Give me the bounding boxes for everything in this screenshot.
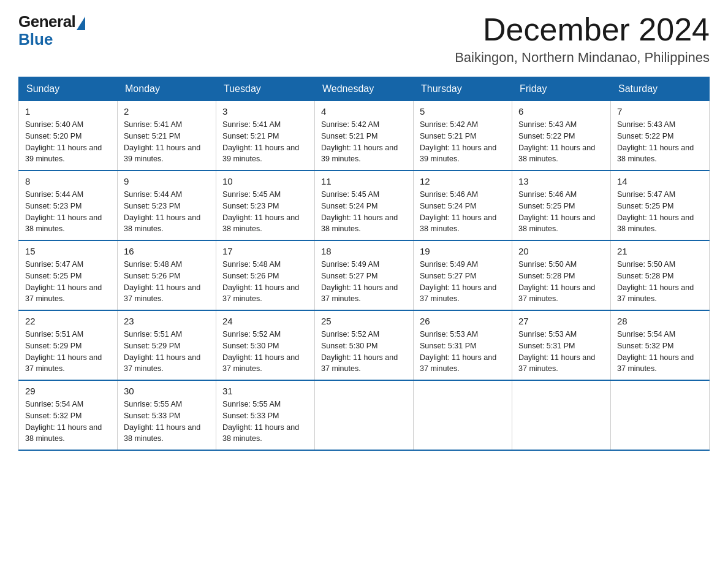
month-title: December 2024 <box>455 12 710 47</box>
day-info: Sunrise: 5:42 AMSunset: 5:21 PMDaylight:… <box>321 119 407 165</box>
day-number: 9 <box>124 176 210 186</box>
day-info: Sunrise: 5:54 AMSunset: 5:32 PMDaylight:… <box>617 329 703 375</box>
day-info: Sunrise: 5:55 AMSunset: 5:33 PMDaylight:… <box>124 399 210 445</box>
day-info: Sunrise: 5:49 AMSunset: 5:27 PMDaylight:… <box>321 259 407 305</box>
calendar-cell: 7Sunrise: 5:43 AMSunset: 5:22 PMDaylight… <box>611 101 710 171</box>
week-row-5: 29Sunrise: 5:54 AMSunset: 5:32 PMDayligh… <box>19 380 710 450</box>
page-header: General Blue December 2024 Baikingon, No… <box>18 12 710 66</box>
calendar-cell <box>512 380 611 450</box>
day-number: 29 <box>25 386 111 396</box>
calendar-cell: 9Sunrise: 5:44 AMSunset: 5:23 PMDaylight… <box>118 170 216 240</box>
calendar-cell: 20Sunrise: 5:50 AMSunset: 5:28 PMDayligh… <box>512 240 611 310</box>
calendar-cell: 29Sunrise: 5:54 AMSunset: 5:32 PMDayligh… <box>19 380 118 450</box>
day-number: 12 <box>420 176 506 186</box>
day-number: 28 <box>617 316 703 326</box>
calendar-cell: 3Sunrise: 5:41 AMSunset: 5:21 PMDaylight… <box>216 101 315 171</box>
day-info: Sunrise: 5:46 AMSunset: 5:24 PMDaylight:… <box>420 189 506 235</box>
day-number: 27 <box>518 316 604 326</box>
calendar-header-thursday: Thursday <box>414 77 512 101</box>
day-number: 20 <box>518 246 604 256</box>
day-info: Sunrise: 5:52 AMSunset: 5:30 PMDaylight:… <box>321 329 407 375</box>
calendar-header-saturday: Saturday <box>611 77 710 101</box>
day-info: Sunrise: 5:43 AMSunset: 5:22 PMDaylight:… <box>617 119 703 165</box>
day-info: Sunrise: 5:50 AMSunset: 5:28 PMDaylight:… <box>617 259 703 305</box>
day-info: Sunrise: 5:52 AMSunset: 5:30 PMDaylight:… <box>222 329 308 375</box>
day-number: 10 <box>222 176 308 186</box>
day-number: 21 <box>617 246 703 256</box>
calendar-cell: 15Sunrise: 5:47 AMSunset: 5:25 PMDayligh… <box>19 240 118 310</box>
calendar-cell: 24Sunrise: 5:52 AMSunset: 5:30 PMDayligh… <box>216 310 315 380</box>
day-number: 7 <box>617 106 703 117</box>
day-number: 23 <box>124 316 210 326</box>
calendar-cell <box>611 380 710 450</box>
calendar-cell: 28Sunrise: 5:54 AMSunset: 5:32 PMDayligh… <box>611 310 710 380</box>
calendar-header-sunday: Sunday <box>19 77 118 101</box>
week-row-1: 1Sunrise: 5:40 AMSunset: 5:20 PMDaylight… <box>19 101 710 171</box>
logo-triangle-icon <box>77 17 85 30</box>
day-info: Sunrise: 5:44 AMSunset: 5:23 PMDaylight:… <box>124 189 210 235</box>
logo: General Blue <box>18 12 85 49</box>
day-number: 31 <box>222 386 308 396</box>
calendar-cell: 11Sunrise: 5:45 AMSunset: 5:24 PMDayligh… <box>315 170 414 240</box>
calendar-cell: 30Sunrise: 5:55 AMSunset: 5:33 PMDayligh… <box>118 380 216 450</box>
day-info: Sunrise: 5:54 AMSunset: 5:32 PMDaylight:… <box>25 399 111 445</box>
day-number: 22 <box>25 316 111 326</box>
calendar-cell: 13Sunrise: 5:46 AMSunset: 5:25 PMDayligh… <box>512 170 611 240</box>
calendar-cell: 17Sunrise: 5:48 AMSunset: 5:26 PMDayligh… <box>216 240 315 310</box>
day-info: Sunrise: 5:48 AMSunset: 5:26 PMDaylight:… <box>124 259 210 305</box>
day-info: Sunrise: 5:47 AMSunset: 5:25 PMDaylight:… <box>617 189 703 235</box>
calendar-cell: 23Sunrise: 5:51 AMSunset: 5:29 PMDayligh… <box>118 310 216 380</box>
calendar-cell: 22Sunrise: 5:51 AMSunset: 5:29 PMDayligh… <box>19 310 118 380</box>
logo-blue-text: Blue <box>18 30 53 49</box>
day-info: Sunrise: 5:51 AMSunset: 5:29 PMDaylight:… <box>25 329 111 375</box>
calendar-cell: 6Sunrise: 5:43 AMSunset: 5:22 PMDaylight… <box>512 101 611 171</box>
calendar-cell: 21Sunrise: 5:50 AMSunset: 5:28 PMDayligh… <box>611 240 710 310</box>
day-info: Sunrise: 5:55 AMSunset: 5:33 PMDaylight:… <box>222 399 308 445</box>
calendar-header-row: SundayMondayTuesdayWednesdayThursdayFrid… <box>19 77 710 101</box>
day-info: Sunrise: 5:46 AMSunset: 5:25 PMDaylight:… <box>518 189 604 235</box>
day-info: Sunrise: 5:41 AMSunset: 5:21 PMDaylight:… <box>124 119 210 165</box>
calendar-cell: 10Sunrise: 5:45 AMSunset: 5:23 PMDayligh… <box>216 170 315 240</box>
title-section: December 2024 Baikingon, Northern Mindan… <box>455 12 710 66</box>
day-info: Sunrise: 5:44 AMSunset: 5:23 PMDaylight:… <box>25 189 111 235</box>
day-info: Sunrise: 5:47 AMSunset: 5:25 PMDaylight:… <box>25 259 111 305</box>
calendar-header-friday: Friday <box>512 77 611 101</box>
day-number: 15 <box>25 246 111 256</box>
day-info: Sunrise: 5:48 AMSunset: 5:26 PMDaylight:… <box>222 259 308 305</box>
location-title: Baikingon, Northern Mindanao, Philippine… <box>455 50 710 66</box>
day-number: 24 <box>222 316 308 326</box>
day-info: Sunrise: 5:43 AMSunset: 5:22 PMDaylight:… <box>518 119 604 165</box>
day-number: 14 <box>617 176 703 186</box>
day-number: 26 <box>420 316 506 326</box>
day-number: 17 <box>222 246 308 256</box>
day-number: 5 <box>420 106 506 117</box>
calendar-cell: 31Sunrise: 5:55 AMSunset: 5:33 PMDayligh… <box>216 380 315 450</box>
calendar-cell <box>414 380 512 450</box>
calendar-cell: 27Sunrise: 5:53 AMSunset: 5:31 PMDayligh… <box>512 310 611 380</box>
day-info: Sunrise: 5:50 AMSunset: 5:28 PMDaylight:… <box>518 259 604 305</box>
day-number: 2 <box>124 106 210 117</box>
calendar-header-monday: Monday <box>118 77 216 101</box>
day-number: 8 <box>25 176 111 186</box>
calendar-cell: 26Sunrise: 5:53 AMSunset: 5:31 PMDayligh… <box>414 310 512 380</box>
calendar-cell: 4Sunrise: 5:42 AMSunset: 5:21 PMDaylight… <box>315 101 414 171</box>
week-row-4: 22Sunrise: 5:51 AMSunset: 5:29 PMDayligh… <box>19 310 710 380</box>
day-number: 6 <box>518 106 604 117</box>
day-number: 30 <box>124 386 210 396</box>
calendar-cell: 8Sunrise: 5:44 AMSunset: 5:23 PMDaylight… <box>19 170 118 240</box>
calendar-cell: 5Sunrise: 5:42 AMSunset: 5:21 PMDaylight… <box>414 101 512 171</box>
day-number: 4 <box>321 106 407 117</box>
day-info: Sunrise: 5:53 AMSunset: 5:31 PMDaylight:… <box>420 329 506 375</box>
day-number: 18 <box>321 246 407 256</box>
week-row-2: 8Sunrise: 5:44 AMSunset: 5:23 PMDaylight… <box>19 170 710 240</box>
day-info: Sunrise: 5:49 AMSunset: 5:27 PMDaylight:… <box>420 259 506 305</box>
logo-general-text: General <box>18 12 75 31</box>
calendar-cell: 12Sunrise: 5:46 AMSunset: 5:24 PMDayligh… <box>414 170 512 240</box>
day-info: Sunrise: 5:45 AMSunset: 5:24 PMDaylight:… <box>321 189 407 235</box>
calendar-header-wednesday: Wednesday <box>315 77 414 101</box>
calendar-cell: 14Sunrise: 5:47 AMSunset: 5:25 PMDayligh… <box>611 170 710 240</box>
day-number: 25 <box>321 316 407 326</box>
day-info: Sunrise: 5:45 AMSunset: 5:23 PMDaylight:… <box>222 189 308 235</box>
calendar-cell <box>315 380 414 450</box>
calendar-cell: 2Sunrise: 5:41 AMSunset: 5:21 PMDaylight… <box>118 101 216 171</box>
